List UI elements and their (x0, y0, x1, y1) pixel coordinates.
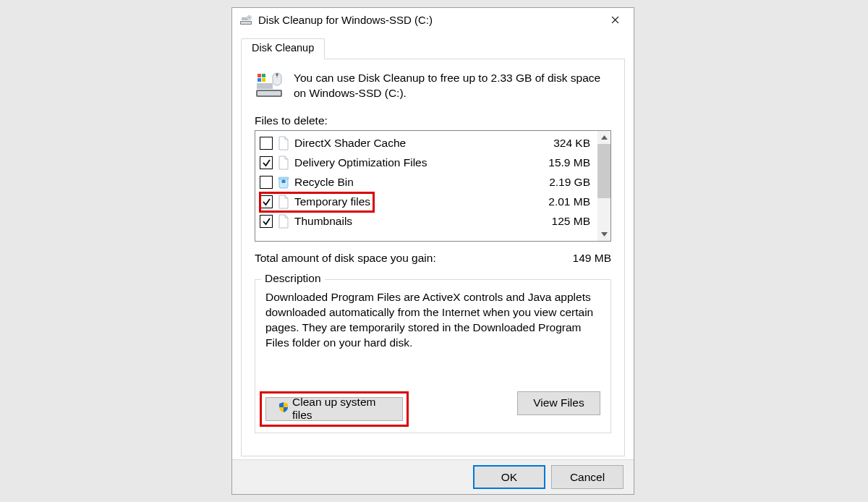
svg-rect-15 (278, 177, 289, 179)
svg-rect-13 (276, 76, 277, 78)
ok-button[interactable]: OK (473, 465, 545, 489)
view-files-button[interactable]: View Files (517, 391, 600, 415)
clean-up-system-files-button[interactable]: Clean up system files (265, 397, 403, 421)
disk-cleanup-dialog: Disk Cleanup for Windows-SSD (C:) Disk C… (231, 7, 634, 495)
file-icon (277, 214, 290, 229)
total-line: Total amount of disk space you gain: 149… (255, 252, 611, 265)
uac-shield-icon (278, 401, 289, 416)
titlebar: Disk Cleanup for Windows-SSD (C:) (232, 8, 634, 32)
checkbox[interactable] (260, 156, 273, 169)
file-name: DirectX Shader Cache (294, 137, 537, 150)
total-value: 149 MB (573, 252, 611, 265)
file-icon (277, 156, 290, 170)
cleanup-label: Clean up system files (292, 396, 391, 422)
file-size: 2.19 GB (537, 176, 595, 189)
file-name: Recycle Bin (294, 176, 537, 189)
list-item[interactable]: Delivery Optimization Files15.9 MB (258, 153, 596, 173)
intro-row: You can use Disk Cleanup to free up to 2… (255, 71, 611, 101)
list-item[interactable]: Thumbnails125 MB (258, 212, 596, 231)
tab-panel: You can use Disk Cleanup to free up to 2… (241, 59, 625, 456)
description-text: Downloaded Program Files are ActiveX con… (265, 290, 600, 351)
list-item[interactable]: Recycle Bin2.19 GB (258, 173, 596, 192)
close-button[interactable] (599, 10, 631, 30)
description-legend: Description (261, 272, 325, 285)
tab-disk-cleanup[interactable]: Disk Cleanup (241, 38, 325, 59)
svg-rect-9 (262, 74, 265, 77)
file-name: Temporary files (294, 195, 537, 208)
tab-strip: Disk Cleanup (241, 38, 625, 59)
file-icon (277, 195, 290, 209)
scrollbar[interactable] (597, 131, 610, 241)
svg-rect-7 (257, 83, 273, 89)
svg-rect-8 (258, 74, 261, 77)
window-title: Disk Cleanup for Windows-SSD (C:) (258, 14, 599, 26)
file-size: 2.01 MB (537, 195, 595, 208)
svg-rect-10 (258, 78, 261, 82)
svg-rect-6 (258, 91, 281, 95)
list-item[interactable]: Temporary files2.01 MB (258, 192, 596, 212)
svg-rect-4 (249, 17, 250, 18)
disk-cleanup-app-icon (239, 14, 252, 27)
files-to-delete-label: Files to delete: (255, 114, 611, 127)
file-size: 125 MB (537, 215, 595, 228)
scroll-down-icon[interactable] (597, 228, 610, 241)
description-group: Description Downloaded Program Files are… (255, 279, 611, 433)
list-item[interactable]: DirectX Shader Cache324 KB (258, 134, 596, 153)
scroll-thumb[interactable] (597, 144, 610, 198)
svg-rect-1 (241, 22, 251, 24)
file-size: 324 KB (537, 137, 595, 150)
total-label: Total amount of disk space you gain: (255, 252, 436, 265)
cancel-button[interactable]: Cancel (551, 465, 624, 489)
recycle-bin-icon (277, 175, 290, 190)
dialog-footer: OK Cancel (232, 459, 634, 494)
intro-text: You can use Disk Cleanup to free up to 2… (294, 71, 611, 101)
file-name: Delivery Optimization Files (294, 156, 537, 169)
scroll-up-icon[interactable] (597, 131, 610, 144)
checkbox[interactable] (260, 215, 273, 228)
file-name: Thumbnails (294, 215, 537, 228)
files-listbox[interactable]: DirectX Shader Cache324 KBDelivery Optim… (255, 130, 611, 242)
disk-cleanup-large-icon (255, 71, 284, 100)
cleanup-highlight: Clean up system files (260, 391, 409, 427)
checkbox[interactable] (260, 137, 273, 150)
svg-rect-11 (262, 78, 265, 82)
file-icon (277, 136, 290, 150)
checkbox[interactable] (260, 176, 273, 189)
svg-rect-12 (276, 74, 278, 77)
checkbox[interactable] (260, 195, 273, 208)
file-size: 15.9 MB (537, 156, 595, 169)
